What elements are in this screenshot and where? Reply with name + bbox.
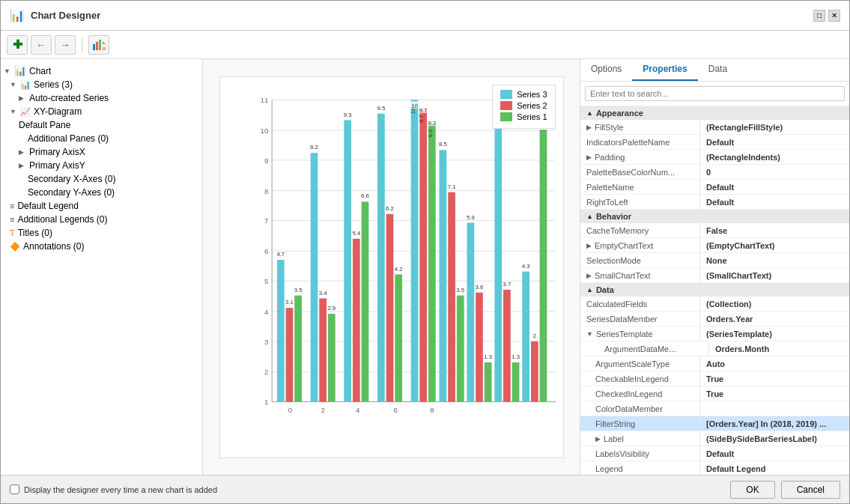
prop-colordatamember[interactable]: ColorDataMember [580, 401, 849, 416]
prop-name-argumentdatame: ArgumentDataMe... [589, 341, 709, 356]
prop-palette-base[interactable]: PaletteBaseColorNum... 0 [580, 165, 849, 180]
tree-item-series[interactable]: ▼ 📊 Series (3) [1, 78, 202, 91]
prop-value-label: (SideBySideBarSeriesLabel) [700, 431, 849, 446]
svg-marker-4 [103, 47, 106, 50]
chart-wizard-button[interactable] [88, 35, 109, 55]
prop-value-checkedinlegend: True [700, 386, 849, 401]
title-bar-right: □ ✕ [813, 10, 840, 22]
svg-text:6: 6 [393, 406, 397, 414]
prop-emptycharttext[interactable]: ▶ EmptyChartText (EmptyChartText) [580, 238, 849, 253]
tree-item-default-pane[interactable]: Default Pane [1, 118, 202, 132]
toolbar-separator [82, 37, 82, 52]
prop-name-righttoleft: RightToLeft [580, 195, 700, 209]
svg-rect-72 [448, 192, 455, 401]
designer-checkbox[interactable] [10, 485, 19, 494]
prop-smallcharttext[interactable]: ▶ SmallChartText (SmallChartText) [580, 268, 849, 283]
back-button[interactable]: ← [31, 35, 52, 55]
prop-legend[interactable]: Legend Default Legend [580, 461, 849, 475]
prop-argumentdatame[interactable]: ArgumentDataMe... Orders.Month [580, 341, 849, 356]
prop-value-argumentdatame: Orders.Month [709, 341, 849, 356]
cancel-button[interactable]: Cancel [781, 481, 840, 499]
prop-padding[interactable]: ▶ Padding (RectangleIndents) [580, 150, 849, 165]
search-input[interactable] [585, 86, 845, 101]
expand-smallcharttext-icon[interactable]: ▶ [586, 272, 592, 279]
expand-auto-icon[interactable]: ▶ [19, 94, 26, 102]
expand-icon[interactable]: ▼ [4, 67, 11, 75]
svg-rect-90 [530, 341, 538, 401]
svg-rect-58 [410, 100, 418, 401]
prop-name-padding: ▶ Padding [580, 150, 700, 164]
prop-value-labelsvisibility: Default [700, 446, 849, 461]
prop-filterstring[interactable]: FilterString [Orders.Year] In (2018, 201… [580, 416, 849, 431]
expand-series-icon[interactable]: ▼ [10, 81, 17, 88]
prop-argumentscaletype[interactable]: ArgumentScaleType Auto [580, 356, 849, 371]
prop-righttoleft[interactable]: RightToLeft Default [580, 195, 849, 210]
toolbar: ✚ ← → [1, 31, 849, 59]
tree-item-primary-axisx[interactable]: ▶ Primary AxisX [1, 145, 202, 159]
tree-item-annotations[interactable]: 🔶 Annotations (0) [1, 240, 202, 253]
tree-item-additional-legends[interactable]: ≡ Additional Legends (0) [1, 213, 202, 226]
expand-xy-icon[interactable]: ▼ [10, 108, 17, 115]
window-title: Chart Designer [31, 10, 100, 21]
prop-fillstyle[interactable]: ▶ FillStyle (RectangleFillStyle) [580, 120, 849, 135]
svg-text:11: 11 [260, 96, 268, 104]
legend-item-series1: Series 1 [500, 112, 547, 121]
prop-labelsvisibility[interactable]: LabelsVisibility Default [580, 446, 849, 461]
svg-text:8.5: 8.5 [439, 141, 447, 148]
prop-palettename[interactable]: PaletteName Default [580, 180, 849, 195]
expand-fillstyle-icon[interactable]: ▶ [586, 124, 592, 131]
prop-value-palettename: Default [700, 180, 849, 194]
expand-seriestemplate-icon[interactable]: ▼ [586, 330, 593, 338]
svg-text:3.5: 3.5 [456, 286, 464, 293]
ok-button[interactable]: OK [730, 481, 774, 499]
legend-color-series1 [500, 112, 512, 121]
svg-text:4: 4 [264, 307, 268, 315]
prop-indicators-palette[interactable]: IndicatorsPaletteName Default [580, 135, 849, 150]
close-button[interactable]: ✕ [828, 10, 840, 22]
prop-name-labelsvisibility: LabelsVisibility [580, 446, 700, 461]
tree-item-titles[interactable]: T Titles (0) [1, 226, 202, 240]
prop-checkedinlegend[interactable]: CheckedInLegend True [580, 386, 849, 401]
expand-axisy-icon[interactable]: ▶ [19, 162, 26, 169]
prop-checkableinlegend[interactable]: CheckableInLegend True [580, 371, 849, 386]
svg-text:6.2: 6.2 [386, 204, 394, 211]
tabs-bar: Options Properties Data [580, 59, 849, 82]
tree-item-xy-diagram[interactable]: ▼ 📈 XY-Diagram [1, 105, 202, 118]
tab-properties[interactable]: Properties [632, 59, 697, 81]
prop-seriestemplate[interactable]: ▼ SeriesTemplate (SeriesTemplate) [580, 327, 849, 341]
forward-button[interactable]: → [55, 35, 76, 55]
expand-emptycharttext-icon[interactable]: ▶ [586, 242, 592, 249]
prop-seriesdatamember[interactable]: SeriesDataMember Orders.Year [580, 312, 849, 327]
prop-calculatedfields[interactable]: CalculatedFields (Collection) [580, 297, 849, 312]
section-behavior-expand-icon: ▲ [586, 213, 593, 220]
prop-cachetomemory[interactable]: CacheToMemory False [580, 223, 849, 238]
prop-selectionmode[interactable]: SelectionMode None [580, 253, 849, 268]
tab-options[interactable]: Options [580, 59, 632, 81]
minimize-button[interactable]: □ [813, 10, 825, 22]
prop-value-argumentscaletype: Auto [700, 356, 849, 371]
tree-item-secondary-y-axes[interactable]: Secondary Y-Axes (0) [1, 186, 202, 199]
add-button[interactable]: ✚ [7, 35, 28, 55]
tab-data[interactable]: Data [698, 59, 738, 81]
tree-label-additional-panes: Additional Panes (0) [28, 133, 109, 144]
expand-padding-icon[interactable]: ▶ [586, 154, 592, 161]
expand-axisx-icon[interactable]: ▶ [19, 148, 26, 156]
svg-rect-2 [99, 40, 101, 50]
checkbox-label[interactable]: Display the designer every time a new ch… [10, 485, 217, 494]
tree-item-primary-axisy[interactable]: ▶ Primary AxisY [1, 159, 202, 172]
prop-label[interactable]: ▶ Label (SideBySideBarSeriesLabel) [580, 431, 849, 446]
prop-value-seriestemplate: (SeriesTemplate) [700, 327, 849, 341]
tree-item-default-legend[interactable]: ≡ Default Legend [1, 199, 202, 213]
svg-text:4.3: 4.3 [521, 262, 529, 269]
tree-item-additional-panes[interactable]: Additional Panes (0) [1, 132, 202, 145]
svg-rect-38 [294, 295, 302, 401]
tree-item-secondary-x-axes[interactable]: Secondary X-Axes (0) [1, 172, 202, 186]
section-data-expand-icon: ▲ [586, 286, 593, 294]
expand-label-icon[interactable]: ▶ [595, 435, 601, 443]
tree-item-chart[interactable]: ▼ 📊 Chart [1, 64, 202, 78]
svg-text:9.7: 9.7 [418, 115, 425, 123]
svg-text:3: 3 [264, 337, 267, 345]
tree-item-auto-series[interactable]: ▶ Auto-created Series [1, 91, 202, 105]
svg-rect-34 [276, 260, 284, 401]
prop-name-indicators-palette: IndicatorsPaletteName [580, 135, 700, 149]
